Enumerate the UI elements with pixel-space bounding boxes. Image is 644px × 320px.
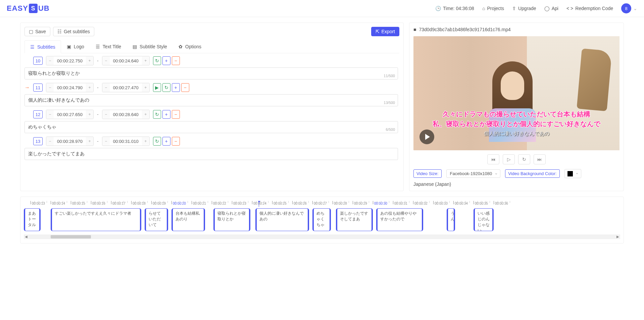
- timeline-clip[interactable]: 寝取られとか寝取りとか: [213, 208, 250, 231]
- inc-end-button[interactable]: +: [142, 137, 149, 146]
- timeline-clip[interactable]: 個人的に凄い好きなんであの: [255, 208, 309, 231]
- video-preview[interactable]: 久々にドラマもの撮らせていただいて台本も結構 私、寝取られとか寝取りとか個人的に…: [413, 36, 620, 150]
- end-time-input[interactable]: − 00:00:28.640 +: [102, 110, 150, 119]
- dec-start-button[interactable]: −: [46, 56, 54, 65]
- next-button[interactable]: ⏭: [534, 154, 546, 164]
- start-time-input[interactable]: − 00:00:24.790 +: [46, 83, 94, 92]
- export-icon: ⇱: [376, 29, 380, 34]
- user-menu[interactable]: 8 ⌄: [621, 3, 637, 13]
- repeat-sub-button[interactable]: ↻: [153, 56, 161, 65]
- subtitle-text-input[interactable]: 寝取られとか寝取りとか 11/500: [24, 67, 398, 79]
- video-bg-label: Video Background Color:: [505, 169, 559, 178]
- repeat-sub-button[interactable]: ↻: [153, 137, 161, 146]
- prev-button[interactable]: ⏮: [487, 154, 499, 164]
- inc-end-button[interactable]: +: [142, 110, 149, 119]
- subtitle-text-input[interactable]: 楽しかったですそしてまあ: [24, 148, 398, 160]
- delete-sub-button[interactable]: −: [172, 110, 180, 119]
- start-time-value: 00:00:24.790: [54, 85, 86, 90]
- delete-sub-button[interactable]: −: [172, 56, 180, 65]
- logo: EASY S UB: [7, 4, 50, 13]
- inc-start-button[interactable]: +: [86, 110, 93, 119]
- subtitle-index[interactable]: 12: [33, 110, 43, 118]
- subtitle-index[interactable]: 11: [33, 84, 43, 92]
- dec-end-button[interactable]: −: [102, 137, 110, 146]
- subtitle-row: → 11 − 00:00:24.790 + - − 00:00:27.470 +…: [24, 83, 398, 106]
- app-header: EASY S UB 🕒 Time: 04:36:08 ⌂ Projects ⇪ …: [0, 0, 644, 17]
- end-time-value: 00:00:24.640: [110, 58, 142, 63]
- tab-subtitle-style-label: Subtitle Style: [140, 44, 167, 49]
- subtitle-text: 個人的に凄い好きなんであの: [28, 97, 394, 103]
- timeline-clip[interactable]: まあトータル: [24, 208, 41, 231]
- timeline-scrollbar[interactable]: ◀ ▶: [24, 234, 620, 239]
- tab-subtitle-style[interactable]: ▤ Subtitle Style: [127, 40, 173, 53]
- start-time-input[interactable]: − 00:00:28.970 +: [46, 137, 94, 146]
- tab-options-label: Options: [185, 44, 201, 49]
- inc-start-button[interactable]: +: [86, 137, 93, 146]
- repeat-button[interactable]: ↻: [518, 154, 530, 164]
- inc-end-button[interactable]: +: [142, 56, 149, 65]
- redemption-link[interactable]: < > Redemption Code: [566, 6, 613, 11]
- subtitle-index[interactable]: 10: [33, 57, 43, 65]
- export-label: Export: [382, 29, 395, 34]
- dec-start-button[interactable]: −: [46, 137, 54, 146]
- tab-subtitles[interactable]: ☰ Subtitles: [24, 40, 61, 53]
- subtitle-text-input[interactable]: 個人的に凄い好きなんであの 13/500: [24, 94, 398, 106]
- play-sub-button[interactable]: ▶: [153, 83, 161, 92]
- repeat-sub-button[interactable]: ↻: [153, 110, 161, 119]
- repeat-sub-button[interactable]: ↻: [162, 83, 170, 92]
- tab-options[interactable]: ✿ Options: [173, 40, 207, 53]
- dec-end-button[interactable]: −: [102, 56, 110, 65]
- timeline-clip[interactable]: 楽しかったですそしてまあ: [336, 208, 373, 231]
- end-time-input[interactable]: − 00:00:31.010 +: [102, 137, 150, 146]
- add-sub-button[interactable]: +: [172, 83, 180, 92]
- subtitle-text-input[interactable]: めちゃくちゃ 6/500: [24, 121, 398, 133]
- projects-link[interactable]: ⌂ Projects: [482, 6, 504, 11]
- end-time-input[interactable]: − 00:00:24.640 +: [102, 56, 150, 65]
- subtitle-index[interactable]: 13: [33, 137, 43, 145]
- timeline-track[interactable]: まあトータルすごい楽しかったですええ久々にドラマ者らせていただいて台本も結構私あ…: [24, 208, 620, 232]
- export-button[interactable]: ⇱ Export: [371, 27, 399, 36]
- timeline-ruler[interactable]: 00:00:1300:00:1400:00:1500:00:1600:00:17…: [24, 201, 620, 207]
- upgrade-link[interactable]: ⇪ Upgrade: [512, 6, 536, 11]
- dec-end-button[interactable]: −: [102, 110, 110, 119]
- inc-start-button[interactable]: +: [86, 83, 93, 92]
- add-sub-button[interactable]: +: [162, 137, 170, 146]
- add-sub-button[interactable]: +: [162, 110, 170, 119]
- delete-sub-button[interactable]: −: [181, 83, 189, 92]
- scroll-thumb[interactable]: [51, 235, 91, 238]
- tab-logo[interactable]: ▣ Logo: [61, 40, 90, 53]
- timeline-clip[interactable]: いい感じのんじゃない: [474, 208, 494, 231]
- timeline-clip[interactable]: めちゃくちゃ: [312, 208, 331, 231]
- video-size-select[interactable]: Facebook-1920x1080: [446, 169, 501, 178]
- api-link[interactable]: ◯ Api: [544, 6, 558, 11]
- video-bg-select[interactable]: [564, 169, 581, 178]
- scroll-left-icon[interactable]: ◀: [24, 235, 29, 238]
- time-dash: -: [97, 85, 99, 90]
- tab-text-title[interactable]: ☰ Text Title: [90, 40, 127, 53]
- add-sub-button[interactable]: +: [162, 56, 170, 65]
- inc-end-button[interactable]: +: [142, 83, 149, 92]
- dec-start-button[interactable]: −: [46, 110, 54, 119]
- dec-start-button[interactable]: −: [46, 83, 54, 92]
- dec-end-button[interactable]: −: [102, 83, 110, 92]
- start-time-input[interactable]: − 00:00:27.650 +: [46, 110, 94, 119]
- timeline-clip[interactable]: うん: [447, 208, 455, 231]
- subtitle-list[interactable]: 10 − 00:00:22.750 + - − 00:00:24.640 + ↻…: [24, 56, 399, 163]
- start-time-input[interactable]: − 00:00:22.750 +: [46, 56, 94, 65]
- playhead-cursor[interactable]: [259, 201, 259, 207]
- timeline-clip[interactable]: 台本も結構私あのり: [171, 208, 205, 231]
- timeline-clip[interactable]: らせていただいて: [145, 208, 168, 231]
- play-overlay-button[interactable]: [419, 129, 434, 144]
- timeline-clip[interactable]: すごい楽しかったですええ久々にドラマ者: [51, 208, 141, 231]
- play-button[interactable]: ▷: [503, 154, 515, 164]
- tab-subtitles-label: Subtitles: [37, 44, 55, 50]
- delete-sub-button[interactable]: −: [172, 137, 180, 146]
- timeline-clip[interactable]: あの役も結構やりやすかったので: [376, 208, 423, 231]
- inc-start-button[interactable]: +: [86, 56, 93, 65]
- scroll-right-icon[interactable]: ▶: [615, 235, 620, 238]
- end-time-input[interactable]: − 00:00:27.470 +: [102, 83, 150, 92]
- get-subtitles-button[interactable]: ☷ Get subtitles: [53, 27, 94, 36]
- preview-panel: ■ 73d0d9c3bc7ab1b486fe3c91716d1c76.mp4 久…: [409, 22, 624, 191]
- video-subtitle-overlay: 久々にドラマもの撮らせていただいて台本も結構 私、寝取られとか寝取りとか個人的に…: [413, 110, 620, 137]
- save-button[interactable]: ▢ Save: [24, 27, 50, 36]
